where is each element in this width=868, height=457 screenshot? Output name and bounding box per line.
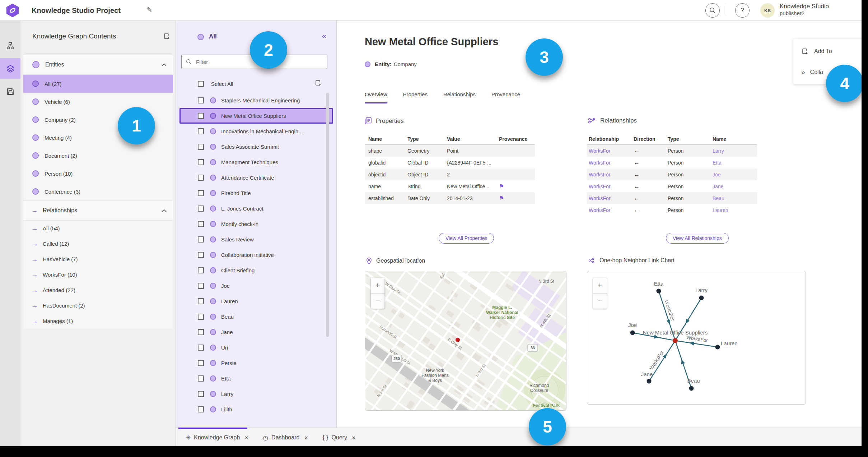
help-button[interactable]: ? [735,3,750,18]
add-to-map-icon[interactable] [162,32,172,41]
chevron-up-icon[interactable] [162,61,167,68]
close-tab-icon[interactable]: ✕ [244,435,248,440]
select-all-checkbox[interactable] [198,81,204,87]
item-checkbox[interactable] [198,128,204,134]
entity-list-item[interactable]: Beau [179,309,333,324]
entity-list-item[interactable]: L. Jones Contract [179,201,333,216]
relationship-link[interactable]: WorksFor [589,172,634,177]
item-checkbox[interactable] [198,345,204,351]
entity-type-item[interactable]: Vehicle (6) [23,93,173,111]
related-entity-link[interactable]: Etta [713,160,757,166]
save-rail-button[interactable] [0,81,20,102]
item-checkbox[interactable] [198,221,204,227]
related-entity-link[interactable]: Jane [713,184,757,189]
related-entity-link[interactable]: Lauren [713,207,757,213]
map-zoom-in-button[interactable]: + [371,278,384,294]
item-checkbox[interactable] [198,391,204,397]
item-checkbox[interactable] [198,206,204,212]
item-checkbox[interactable] [198,159,204,165]
contents-rail-button[interactable] [0,58,20,79]
entity-list-item[interactable]: Jane [179,324,333,340]
add-to-map-icon[interactable] [314,79,322,88]
list-scrollbar[interactable] [326,93,329,337]
avatar[interactable]: KS [760,3,775,18]
item-checkbox[interactable] [198,175,204,181]
link-chart-canvas[interactable]: WorksForWorksForWorksForEttaLarryJoeLaur… [587,271,806,405]
item-checkbox[interactable] [198,283,204,289]
entity-list-item[interactable]: Lauren [179,294,333,309]
entity-list-item[interactable]: Collaboration initiative [179,247,333,263]
close-tab-icon[interactable]: ✕ [352,435,356,440]
map-canvas[interactable]: W Clay StSalN 3rd StMaggie L.Walker Nati… [365,271,566,411]
entity-list-item[interactable]: Sales Associate Summit [179,139,333,154]
item-checkbox[interactable] [198,406,204,412]
item-checkbox[interactable] [198,314,204,320]
view-all-properties-button[interactable]: View All Properties [439,233,494,244]
chart-zoom-out-button[interactable]: − [593,294,607,309]
item-checkbox[interactable] [198,252,204,258]
schema-rail-button[interactable] [0,35,20,56]
item-checkbox[interactable] [198,97,204,103]
relationship-link[interactable]: WorksFor [589,184,634,189]
item-checkbox[interactable] [198,113,204,119]
relationship-type-item[interactable]: → WorksFor (10) [23,267,173,282]
entity-list-item[interactable]: Client Briefing [179,263,333,278]
relationship-link[interactable]: WorksFor [589,207,634,213]
chart-zoom-in-button[interactable]: + [593,278,607,294]
relationship-type-item[interactable]: → HasVehicle (7) [23,251,173,267]
item-checkbox[interactable] [198,144,204,150]
relationship-type-item[interactable]: → HasDocument (2) [23,298,173,313]
related-entity-link[interactable]: Larry [713,148,757,154]
entity-list-item[interactable]: Montly check-in [179,216,333,232]
search-button[interactable] [705,3,720,18]
relationship-link[interactable]: WorksFor [589,148,634,154]
related-entity-link[interactable]: Beau [713,195,757,201]
entity-list-item[interactable]: Larry [179,386,333,402]
provenance-flag-icon[interactable]: ⚑ [499,195,504,201]
item-checkbox[interactable] [198,298,204,304]
detail-tab[interactable]: Provenance [491,91,520,103]
entity-list-item[interactable]: Etta [179,371,333,386]
relationship-type-item[interactable]: → Called (12) [23,236,173,251]
detail-tab[interactable]: Properties [403,91,428,103]
relationship-type-item[interactable]: → Manages (1) [23,313,173,329]
relationships-section-header[interactable]: → Relationships [23,200,173,221]
relationship-link[interactable]: WorksFor [589,160,634,166]
collapse-panel-icon[interactable]: « [322,32,326,41]
entity-list-item[interactable]: Persie [179,355,333,371]
map-zoom-out-button[interactable]: − [371,294,384,309]
add-to-menu-item[interactable]: Add To [793,42,865,60]
relationship-type-item[interactable]: → Attended (22) [23,282,173,298]
detail-tab[interactable]: Overview [365,91,387,103]
item-checkbox[interactable] [198,329,204,335]
view-tab[interactable]: { } Query ✕ [315,429,363,446]
entities-section-header[interactable]: Entities [23,55,173,75]
detail-tab[interactable]: Relationships [443,91,476,103]
close-tab-icon[interactable]: ✕ [304,435,308,440]
provenance-flag-icon[interactable]: ⚑ [499,183,504,189]
entity-list-item[interactable]: New Metal Office Suppliers [179,108,333,124]
entity-list-item[interactable]: Managment Techniques [179,154,333,170]
entity-list-item[interactable]: Innovations in Mechanical Engin... [179,124,333,139]
item-checkbox[interactable] [198,236,204,243]
entity-list-item[interactable]: Firebird Title [179,185,333,201]
entity-list-item[interactable]: Attendance Certificate [179,170,333,185]
view-tab[interactable]: ◴ Dashboard ✕ [256,429,315,446]
view-tab[interactable]: ✳ Knowledge Graph ✕ [178,429,256,446]
entity-type-item[interactable]: Person (10) [23,165,173,183]
view-all-relationships-button[interactable]: View All Relationships [666,233,729,244]
chevron-up-icon[interactable] [162,207,167,214]
item-checkbox[interactable] [198,190,204,196]
item-checkbox[interactable] [198,375,204,382]
item-checkbox[interactable] [198,360,204,366]
entity-list-item[interactable]: Uri [179,340,333,355]
entity-list-item[interactable]: Joe [179,278,333,294]
edit-title-icon[interactable]: ✎ [146,6,152,14]
related-entity-link[interactable]: Joe [713,172,757,177]
entity-type-item[interactable]: Document (2) [23,147,173,165]
entity-type-item[interactable]: Conference (3) [23,183,173,200]
relationship-link[interactable]: WorksFor [589,195,634,201]
relationship-type-item[interactable]: → All (54) [23,221,173,236]
entity-list-item[interactable]: Staplers Mechanical Engineering [179,93,333,108]
entity-list-item[interactable]: Sales Review [179,232,333,247]
